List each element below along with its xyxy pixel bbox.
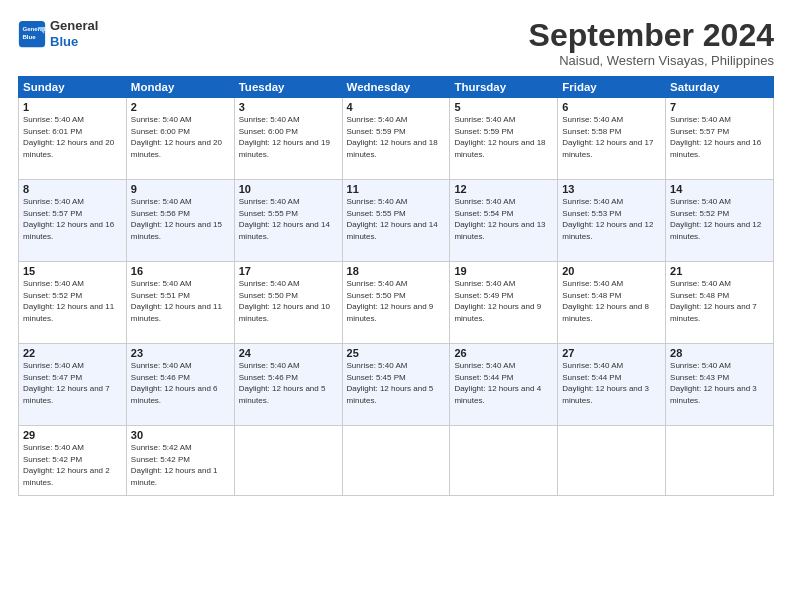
header-saturday: Saturday [666, 77, 774, 98]
day-info: Sunrise: 5:40 AMSunset: 5:59 PMDaylight:… [454, 114, 553, 160]
header-monday: Monday [126, 77, 234, 98]
day-number: 3 [239, 101, 338, 113]
day-info: Sunrise: 5:40 AMSunset: 5:46 PMDaylight:… [131, 360, 230, 406]
calendar-week-row: 8Sunrise: 5:40 AMSunset: 5:57 PMDaylight… [19, 180, 774, 262]
title-block: September 2024 Naisud, Western Visayas, … [529, 18, 774, 68]
table-row [666, 426, 774, 496]
day-info: Sunrise: 5:40 AMSunset: 5:52 PMDaylight:… [23, 278, 122, 324]
day-number: 18 [347, 265, 446, 277]
location: Naisud, Western Visayas, Philippines [529, 53, 774, 68]
day-number: 26 [454, 347, 553, 359]
day-info: Sunrise: 5:40 AMSunset: 5:56 PMDaylight:… [131, 196, 230, 242]
day-number: 29 [23, 429, 122, 441]
day-number: 11 [347, 183, 446, 195]
table-row: 18Sunrise: 5:40 AMSunset: 5:50 PMDayligh… [342, 262, 450, 344]
table-row: 5Sunrise: 5:40 AMSunset: 5:59 PMDaylight… [450, 98, 558, 180]
day-info: Sunrise: 5:40 AMSunset: 5:52 PMDaylight:… [670, 196, 769, 242]
table-row: 2Sunrise: 5:40 AMSunset: 6:00 PMDaylight… [126, 98, 234, 180]
day-info: Sunrise: 5:40 AMSunset: 5:42 PMDaylight:… [23, 442, 122, 488]
day-info: Sunrise: 5:40 AMSunset: 5:44 PMDaylight:… [562, 360, 661, 406]
calendar-page: General Blue General Blue September 2024… [0, 0, 792, 612]
table-row: 10Sunrise: 5:40 AMSunset: 5:55 PMDayligh… [234, 180, 342, 262]
day-number: 7 [670, 101, 769, 113]
day-number: 1 [23, 101, 122, 113]
day-info: Sunrise: 5:40 AMSunset: 6:00 PMDaylight:… [239, 114, 338, 160]
table-row: 28Sunrise: 5:40 AMSunset: 5:43 PMDayligh… [666, 344, 774, 426]
day-info: Sunrise: 5:40 AMSunset: 5:49 PMDaylight:… [454, 278, 553, 324]
table-row: 20Sunrise: 5:40 AMSunset: 5:48 PMDayligh… [558, 262, 666, 344]
table-row: 9Sunrise: 5:40 AMSunset: 5:56 PMDaylight… [126, 180, 234, 262]
day-number: 12 [454, 183, 553, 195]
table-row: 6Sunrise: 5:40 AMSunset: 5:58 PMDaylight… [558, 98, 666, 180]
day-info: Sunrise: 5:40 AMSunset: 5:57 PMDaylight:… [670, 114, 769, 160]
calendar-header-row: Sunday Monday Tuesday Wednesday Thursday… [19, 77, 774, 98]
table-row: 7Sunrise: 5:40 AMSunset: 5:57 PMDaylight… [666, 98, 774, 180]
day-number: 24 [239, 347, 338, 359]
day-number: 28 [670, 347, 769, 359]
day-number: 2 [131, 101, 230, 113]
table-row [342, 426, 450, 496]
table-row: 25Sunrise: 5:40 AMSunset: 5:45 PMDayligh… [342, 344, 450, 426]
table-row: 8Sunrise: 5:40 AMSunset: 5:57 PMDaylight… [19, 180, 127, 262]
day-info: Sunrise: 5:40 AMSunset: 5:50 PMDaylight:… [239, 278, 338, 324]
svg-text:Blue: Blue [22, 33, 36, 40]
day-info: Sunrise: 5:40 AMSunset: 5:58 PMDaylight:… [562, 114, 661, 160]
day-number: 30 [131, 429, 230, 441]
logo-icon: General Blue [18, 20, 46, 48]
table-row: 30Sunrise: 5:42 AMSunset: 5:42 PMDayligh… [126, 426, 234, 496]
calendar-table: Sunday Monday Tuesday Wednesday Thursday… [18, 76, 774, 496]
day-number: 16 [131, 265, 230, 277]
header-thursday: Thursday [450, 77, 558, 98]
day-number: 4 [347, 101, 446, 113]
day-number: 14 [670, 183, 769, 195]
table-row: 14Sunrise: 5:40 AMSunset: 5:52 PMDayligh… [666, 180, 774, 262]
day-info: Sunrise: 5:40 AMSunset: 5:55 PMDaylight:… [239, 196, 338, 242]
day-info: Sunrise: 5:42 AMSunset: 5:42 PMDaylight:… [131, 442, 230, 488]
table-row: 4Sunrise: 5:40 AMSunset: 5:59 PMDaylight… [342, 98, 450, 180]
day-number: 22 [23, 347, 122, 359]
table-row: 19Sunrise: 5:40 AMSunset: 5:49 PMDayligh… [450, 262, 558, 344]
header-friday: Friday [558, 77, 666, 98]
header-wednesday: Wednesday [342, 77, 450, 98]
day-number: 23 [131, 347, 230, 359]
table-row: 23Sunrise: 5:40 AMSunset: 5:46 PMDayligh… [126, 344, 234, 426]
table-row: 27Sunrise: 5:40 AMSunset: 5:44 PMDayligh… [558, 344, 666, 426]
table-row: 11Sunrise: 5:40 AMSunset: 5:55 PMDayligh… [342, 180, 450, 262]
table-row [234, 426, 342, 496]
table-row: 21Sunrise: 5:40 AMSunset: 5:48 PMDayligh… [666, 262, 774, 344]
day-number: 8 [23, 183, 122, 195]
table-row: 3Sunrise: 5:40 AMSunset: 6:00 PMDaylight… [234, 98, 342, 180]
table-row: 16Sunrise: 5:40 AMSunset: 5:51 PMDayligh… [126, 262, 234, 344]
day-number: 25 [347, 347, 446, 359]
day-number: 27 [562, 347, 661, 359]
calendar-week-row: 29Sunrise: 5:40 AMSunset: 5:42 PMDayligh… [19, 426, 774, 496]
day-info: Sunrise: 5:40 AMSunset: 5:45 PMDaylight:… [347, 360, 446, 406]
calendar-week-row: 15Sunrise: 5:40 AMSunset: 5:52 PMDayligh… [19, 262, 774, 344]
table-row: 22Sunrise: 5:40 AMSunset: 5:47 PMDayligh… [19, 344, 127, 426]
day-number: 17 [239, 265, 338, 277]
day-number: 21 [670, 265, 769, 277]
table-row [450, 426, 558, 496]
table-row: 12Sunrise: 5:40 AMSunset: 5:54 PMDayligh… [450, 180, 558, 262]
day-number: 10 [239, 183, 338, 195]
day-info: Sunrise: 5:40 AMSunset: 5:51 PMDaylight:… [131, 278, 230, 324]
day-number: 20 [562, 265, 661, 277]
header-tuesday: Tuesday [234, 77, 342, 98]
table-row [558, 426, 666, 496]
day-number: 13 [562, 183, 661, 195]
day-info: Sunrise: 5:40 AMSunset: 5:54 PMDaylight:… [454, 196, 553, 242]
day-number: 5 [454, 101, 553, 113]
day-info: Sunrise: 5:40 AMSunset: 5:57 PMDaylight:… [23, 196, 122, 242]
day-info: Sunrise: 5:40 AMSunset: 5:43 PMDaylight:… [670, 360, 769, 406]
day-number: 15 [23, 265, 122, 277]
logo-text: General Blue [50, 18, 98, 49]
day-info: Sunrise: 5:40 AMSunset: 6:00 PMDaylight:… [131, 114, 230, 160]
day-info: Sunrise: 5:40 AMSunset: 5:55 PMDaylight:… [347, 196, 446, 242]
day-info: Sunrise: 5:40 AMSunset: 6:01 PMDaylight:… [23, 114, 122, 160]
table-row: 15Sunrise: 5:40 AMSunset: 5:52 PMDayligh… [19, 262, 127, 344]
day-info: Sunrise: 5:40 AMSunset: 5:48 PMDaylight:… [670, 278, 769, 324]
day-info: Sunrise: 5:40 AMSunset: 5:53 PMDaylight:… [562, 196, 661, 242]
day-info: Sunrise: 5:40 AMSunset: 5:47 PMDaylight:… [23, 360, 122, 406]
month-title: September 2024 [529, 18, 774, 53]
day-number: 9 [131, 183, 230, 195]
